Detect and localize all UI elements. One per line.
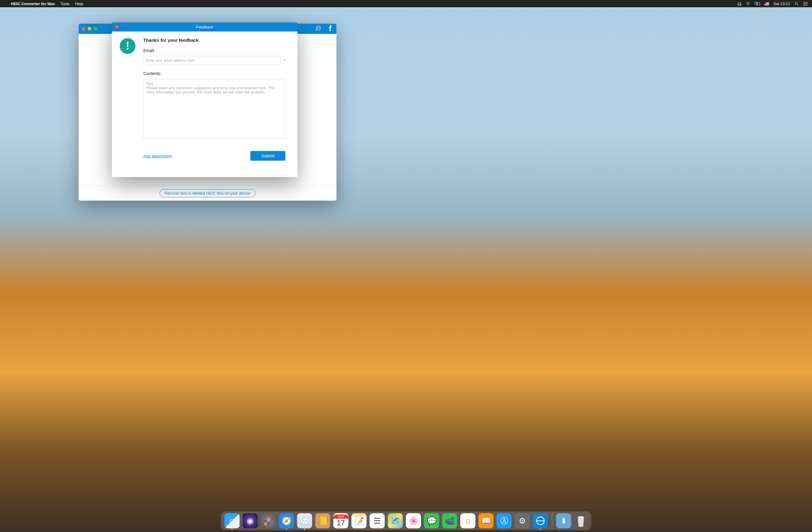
dock-downloads[interactable]: ⬇︎ <box>556 513 571 528</box>
dock: ☺ ◉ 🚀 🧭 ✉️ 📒 MAR 17 📝 ☰ 🗺️ 🌸 💬 📹 ♫ 📖 Ⓐ ⚙… <box>221 512 591 530</box>
dock-app-calendar[interactable]: MAR 17 <box>333 513 349 528</box>
dock-app-itunes[interactable]: ♫ <box>460 513 476 528</box>
feedback-modal: Feedback ! Thanks for your feedback. Ema… <box>112 23 298 177</box>
dock-app-facetime[interactable]: 📹 <box>442 513 458 528</box>
dock-app-siri[interactable]: ◉ <box>243 513 258 528</box>
dock-app-photos[interactable]: 🌸 <box>406 513 421 528</box>
dock-app-reminders[interactable]: ☰ <box>370 513 385 528</box>
spotlight-icon[interactable] <box>795 1 799 6</box>
feedback-icon[interactable] <box>315 25 321 32</box>
input-source-flag-icon[interactable] <box>764 2 769 5</box>
menubar-menu-tools[interactable]: Tools <box>60 1 70 6</box>
dock-app-notes[interactable]: 📝 <box>352 513 367 528</box>
menubar-app-name[interactable]: HEIC Converter for Mac <box>11 1 55 6</box>
svg-line-3 <box>797 4 798 5</box>
notification-center-icon[interactable] <box>803 2 808 6</box>
dock-app-messages[interactable]: 💬 <box>424 513 439 528</box>
svg-rect-1 <box>757 3 760 5</box>
menubar-clock[interactable]: Sat 23:12 <box>773 1 790 6</box>
svg-point-2 <box>795 2 798 4</box>
cursor-icon[interactable] <box>746 1 750 6</box>
submit-button[interactable]: Submit <box>250 151 285 161</box>
svg-line-17 <box>582 519 582 526</box>
add-attachment-link[interactable]: Add attachment <box>143 154 172 158</box>
menubar-menu-help[interactable]: Help <box>75 1 83 6</box>
macos-menubar: HEIC Converter for Mac Tools Help Sat 23… <box>0 0 812 7</box>
svg-point-8 <box>803 3 804 4</box>
modal-heading: Thanks for your feedback. <box>143 38 285 43</box>
svg-rect-0 <box>755 2 758 4</box>
dock-app-contacts[interactable]: 📒 <box>315 513 330 528</box>
tray-icon[interactable] <box>737 1 742 6</box>
svg-point-14 <box>578 516 584 518</box>
dock-separator <box>552 514 552 528</box>
dock-app-finder[interactable]: ☺ <box>224 513 240 528</box>
recover-files-link[interactable]: Recover lost or deleted HEIC files on yo… <box>160 189 256 197</box>
calendar-day-label: 17 <box>337 519 345 527</box>
dock-app-ibooks[interactable]: 📖 <box>479 513 494 528</box>
calendar-month-label: MAR <box>333 515 349 519</box>
displays-icon[interactable] <box>755 1 760 6</box>
window-close-button[interactable] <box>82 27 85 31</box>
dock-app-safari[interactable]: 🧭 <box>279 513 294 528</box>
app-footer: Recover lost or deleted HEIC files on yo… <box>78 185 336 201</box>
dock-app-mail[interactable]: ✉️ <box>297 513 312 528</box>
dock-trash[interactable] <box>575 513 588 528</box>
dock-app-launchpad[interactable]: 🚀 <box>261 513 276 528</box>
modal-title: Feedback <box>196 25 213 29</box>
contents-field[interactable] <box>143 79 285 138</box>
dock-app-appstore[interactable]: Ⓐ <box>497 513 512 528</box>
modal-close-button[interactable] <box>115 25 118 29</box>
dock-app-settings[interactable]: ⚙︎ <box>515 513 530 528</box>
email-field[interactable] <box>143 56 280 65</box>
window-minimize-button[interactable] <box>88 27 91 31</box>
window-maximize-button[interactable] <box>94 27 97 31</box>
exclamation-icon: ! <box>120 38 135 54</box>
email-label: Email: <box>143 48 285 53</box>
required-indicator: * <box>284 59 285 62</box>
facebook-icon[interactable] <box>328 25 333 32</box>
svg-point-7 <box>803 2 804 2</box>
dock-app-maps[interactable]: 🗺️ <box>388 513 403 528</box>
dock-app-heic-converter[interactable] <box>533 513 548 528</box>
svg-point-9 <box>803 4 804 5</box>
modal-titlebar[interactable]: Feedback <box>112 23 298 31</box>
contents-label: Contents: <box>143 71 285 76</box>
